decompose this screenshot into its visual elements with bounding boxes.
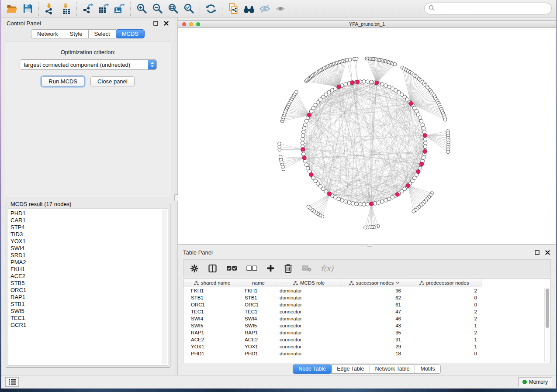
- column-header-successor-nodes[interactable]: successor nodes: [342, 279, 407, 287]
- close-panel-button[interactable]: Close panel: [90, 76, 135, 86]
- cell-mcds-role: dominator: [276, 315, 342, 322]
- float-window-icon[interactable]: [152, 20, 159, 27]
- list-icon: [9, 379, 16, 385]
- zoom-out-icon[interactable]: [149, 2, 165, 16]
- unselect-all-icon[interactable]: [246, 265, 257, 272]
- tab-mcds[interactable]: MCDS: [116, 29, 145, 38]
- search-input[interactable]: [437, 4, 551, 13]
- clone-network-icon[interactable]: [225, 2, 241, 16]
- delete-table-disabled-icon: [301, 265, 311, 272]
- memory-button[interactable]: Memory: [518, 377, 552, 387]
- import-network-icon[interactable]: [42, 2, 58, 16]
- mcds-result-item[interactable]: RAP1: [8, 294, 168, 301]
- mcds-result-item[interactable]: ACE2: [8, 273, 168, 280]
- mcds-result-list[interactable]: PHD1CAR1STP4TID3YOX1SWI4SRD1PMA2FKH1ACE2…: [8, 209, 168, 365]
- table-row[interactable]: STB1STB1dominator620: [183, 294, 550, 301]
- close-window-icon[interactable]: [182, 22, 186, 26]
- splitter-grip[interactable]: [174, 194, 178, 201]
- zoom-fit-icon[interactable]: [165, 2, 181, 16]
- mcds-result-box: MCDS result (17 nodes) PHD1CAR1STP4TID3Y…: [6, 201, 170, 368]
- zoom-selected-icon[interactable]: [181, 2, 197, 16]
- close-panel-icon[interactable]: [544, 249, 551, 256]
- tab-edge-table[interactable]: Edge Table: [331, 364, 370, 374]
- mcds-result-item[interactable]: FKH1: [8, 266, 168, 273]
- cell-name: RAP1: [241, 329, 276, 336]
- table-row[interactable]: SWI5SWI5connector431: [183, 322, 550, 329]
- maximize-window-icon[interactable]: [196, 22, 200, 26]
- table-row[interactable]: TEC1TEC1connector472: [183, 308, 550, 315]
- network-canvas[interactable]: [178, 28, 556, 244]
- mcds-result-item[interactable]: SWI5: [8, 308, 168, 315]
- cell-name: YOX1: [241, 343, 276, 350]
- column-header-shared-name[interactable]: shared name: [183, 279, 241, 287]
- mcds-result-item[interactable]: STB5: [8, 280, 168, 287]
- mcds-result-item[interactable]: GCR1: [8, 322, 168, 329]
- mcds-result-item[interactable]: SRD1: [8, 252, 168, 259]
- search-binoculars-icon[interactable]: [241, 2, 257, 16]
- tab-motifs[interactable]: Motifs: [415, 364, 440, 374]
- criterion-value: largest connected component (undirected): [20, 62, 148, 68]
- mcds-result-item[interactable]: PHD1: [8, 210, 168, 217]
- zoom-in-icon[interactable]: [134, 2, 149, 16]
- criterion-dropdown[interactable]: largest connected component (undirected): [20, 59, 157, 70]
- table-row[interactable]: YOX1YOX1connector291: [183, 343, 550, 350]
- sort-chevron-icon[interactable]: [396, 282, 400, 284]
- table-row[interactable]: ACE2ACE2connector311: [183, 336, 550, 343]
- splitter-grip[interactable]: [367, 244, 372, 247]
- tab-network-table[interactable]: Network Table: [370, 364, 415, 374]
- task-history-button[interactable]: [5, 377, 19, 387]
- tab-style[interactable]: Style: [64, 29, 89, 38]
- toolbar-separator: [200, 2, 200, 16]
- mcds-result-item[interactable]: TEC1: [8, 315, 168, 322]
- hide-selected-eye-icon[interactable]: [257, 2, 273, 16]
- mcds-result-item[interactable]: CAR1: [8, 217, 168, 224]
- minimize-window-icon[interactable]: [189, 22, 193, 26]
- mcds-result-item[interactable]: ORC1: [8, 287, 168, 294]
- column-header-mcds-role[interactable]: MCDS role: [276, 279, 342, 287]
- mcds-result-item[interactable]: PMA2: [8, 259, 168, 266]
- refresh-icon[interactable]: [203, 2, 219, 16]
- column-settings-gear-icon[interactable]: [190, 264, 199, 273]
- float-window-icon[interactable]: [533, 249, 540, 256]
- shared-column-icon: [293, 281, 298, 285]
- export-network-icon[interactable]: [80, 2, 96, 16]
- dropdown-stepper-icon[interactable]: [148, 59, 156, 70]
- vertical-splitter[interactable]: [175, 17, 178, 375]
- import-table-icon[interactable]: [58, 2, 73, 16]
- add-column-icon[interactable]: [266, 264, 275, 272]
- table-row[interactable]: ORC1ORC1dominator610: [183, 301, 550, 308]
- table-row[interactable]: SWI4SWI4dominator462: [183, 315, 550, 322]
- mcds-result-item[interactable]: STB1: [8, 301, 168, 308]
- list-scrollbar[interactable]: [163, 210, 167, 364]
- column-header-predecessor-nodes[interactable]: predecessor nodes: [407, 279, 481, 287]
- run-mcds-button[interactable]: Run MCDS: [42, 76, 84, 86]
- mcds-result-item[interactable]: YOX1: [8, 238, 168, 245]
- control-panel-header: Control Panel: [1, 17, 175, 29]
- shared-column-icon: [194, 281, 199, 285]
- column-header-name[interactable]: name: [241, 279, 276, 287]
- split-view-icon[interactable]: [208, 264, 217, 273]
- table-scrollbar[interactable]: [544, 288, 550, 362]
- export-image-icon[interactable]: [111, 2, 127, 16]
- select-all-icon[interactable]: [226, 265, 237, 272]
- table-row[interactable]: FKH1FKH1dominator962: [183, 287, 550, 294]
- scrollbar-thumb[interactable]: [546, 289, 549, 328]
- table-row[interactable]: PHD1PHD1dominator180: [183, 350, 550, 357]
- tab-select[interactable]: Select: [88, 29, 116, 38]
- cell-successor-nodes: 62: [342, 294, 407, 301]
- table-row[interactable]: RAP1RAP1dominator352: [183, 329, 550, 336]
- mcds-result-item[interactable]: TID3: [8, 231, 168, 238]
- global-search[interactable]: [424, 3, 552, 14]
- delete-column-trash-icon[interactable]: [284, 264, 292, 273]
- close-panel-icon[interactable]: [163, 20, 170, 27]
- tab-node-table[interactable]: Node Table: [293, 364, 332, 374]
- mcds-result-item[interactable]: STP4: [8, 224, 168, 231]
- cell-shared-name: TEC1: [183, 308, 241, 315]
- horizontal-splitter[interactable]: [178, 244, 556, 247]
- export-table-icon[interactable]: [96, 2, 111, 16]
- network-view-titlebar[interactable]: YPA_prune.txt_1: [178, 21, 556, 28]
- mcds-result-item[interactable]: SWI4: [8, 245, 168, 252]
- save-session-icon[interactable]: [20, 2, 35, 16]
- open-file-icon[interactable]: [4, 2, 20, 16]
- tab-network[interactable]: Network: [31, 29, 64, 38]
